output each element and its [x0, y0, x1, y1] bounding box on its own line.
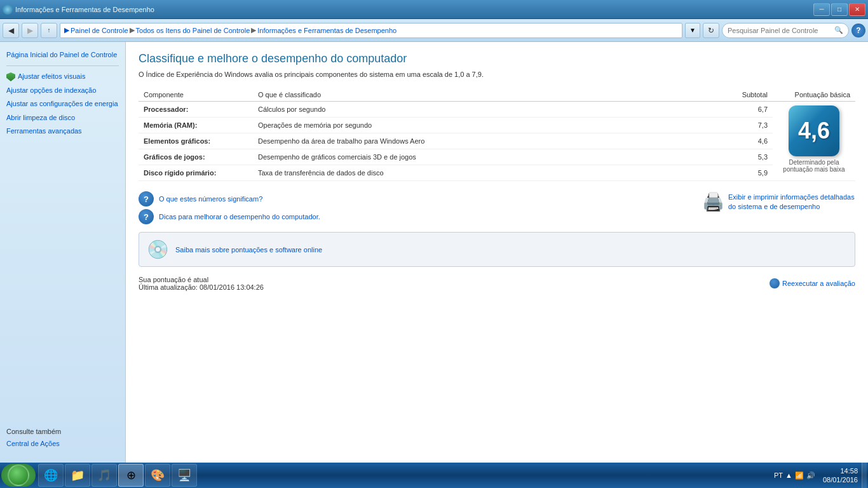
- explorer-icon: 📁: [71, 468, 85, 482]
- search-icon: 🔍: [834, 26, 843, 34]
- component-desc: Taxa de transferência de dados de disco: [253, 165, 722, 181]
- refresh-button[interactable]: ↻: [703, 23, 719, 38]
- action-item-2: ? Dicas para melhorar o desempenho do co…: [139, 209, 320, 224]
- taskbar-ie[interactable]: 🌐: [38, 464, 64, 487]
- clock-time: 14:58: [823, 466, 858, 475]
- start-button[interactable]: [1, 464, 36, 487]
- component-desc: Cálculos por segundo: [253, 102, 722, 118]
- sidebar-item-advanced[interactable]: Ferramentas avançadas: [0, 125, 125, 138]
- breadcrumb: ▶ Painel de Controle ▶ Todos os Itens do…: [64, 26, 678, 34]
- score-badge: 4,6 Determinado pela pontuação mais baix…: [782, 105, 846, 173]
- score-badge-cell: 4,6 Determinado pela pontuação mais baix…: [773, 102, 855, 181]
- sidebar-disk-label: Abrir limpeza de disco: [6, 113, 75, 123]
- component-subtotal: 7,3: [722, 118, 773, 133]
- sidebar-item-disk[interactable]: Abrir limpeza de disco: [0, 111, 125, 125]
- sidebar-energy-label: Ajustar as configurações de energia: [6, 99, 118, 109]
- taskbar-paint[interactable]: 🎨: [145, 464, 170, 487]
- minimize-button[interactable]: ─: [813, 3, 830, 16]
- close-button[interactable]: ✕: [849, 3, 865, 16]
- rerun-label: Reexecutar a avaliação: [782, 280, 855, 287]
- rerun-button[interactable]: Reexecutar a avaliação: [770, 278, 855, 288]
- sidebar-advanced-label: Ferramentas avançadas: [6, 126, 82, 136]
- help-button[interactable]: ?: [851, 24, 865, 37]
- component-name: Gráficos de jogos:: [139, 149, 253, 165]
- clock-date: 08/01/2016: [823, 475, 858, 484]
- up-button[interactable]: ↑: [41, 23, 57, 38]
- address-box[interactable]: ▶ Painel de Controle ▶ Todos os Itens do…: [60, 23, 682, 38]
- score-value: 4,6: [798, 118, 830, 144]
- actions-row: ? O que estes números significam? ? Dica…: [139, 191, 855, 224]
- score-badge-box: 4,6: [789, 105, 839, 156]
- tray-volume: 🔊: [806, 471, 815, 480]
- titlebar-left: Informações e Ferramentas de Desempenho: [3, 4, 154, 15]
- col-basic: Pontuação básica: [773, 88, 855, 102]
- score-table: Componente O que é classificado Subtotal…: [139, 88, 855, 181]
- clock: 14:58 08/01/2016: [819, 466, 862, 485]
- component-subtotal: 5,3: [722, 149, 773, 165]
- remote-icon: 🖥️: [177, 468, 191, 482]
- status-current: Sua pontuação é atual: [139, 276, 264, 283]
- tray-network: 📶: [795, 471, 804, 480]
- taskbar-chrome[interactable]: ⊕: [118, 464, 144, 487]
- titlebar-title: Informações e Ferramentas de Desempenho: [15, 6, 154, 13]
- action-link-1[interactable]: O que estes números significam?: [159, 195, 262, 203]
- sidebar-item-index[interactable]: Ajustar opções de indexação: [0, 84, 125, 97]
- table-row: Disco rígido primário: Taxa de transferê…: [139, 165, 855, 181]
- print-link[interactable]: Exibir e imprimir informações detalhadas…: [728, 193, 855, 211]
- component-subtotal: 6,7: [722, 102, 773, 118]
- sidebar-item-energy[interactable]: Ajustar as configurações de energia: [0, 97, 125, 111]
- taskbar-remote[interactable]: 🖥️: [172, 464, 197, 487]
- breadcrumb-item-1[interactable]: ▶: [64, 26, 69, 34]
- actions-left: ? O que estes números significam? ? Dica…: [139, 191, 320, 224]
- sidebar-actions-label: Central de Ações: [6, 439, 60, 449]
- titlebar: Informações e Ferramentas de Desempenho …: [0, 0, 868, 19]
- shield-icon: [6, 72, 15, 81]
- breadcrumb-item-4[interactable]: Informações e Ferramentas de Desempenho: [257, 27, 397, 34]
- sidebar-item-home[interactable]: Página Inicial do Painel de Controle: [0, 48, 125, 62]
- table-row: Gráficos de jogos: Desempenho de gráfico…: [139, 149, 855, 165]
- sidebar-actions-center[interactable]: Central de Ações: [6, 438, 119, 450]
- window-icon: [3, 4, 13, 15]
- back-button[interactable]: ◀: [3, 23, 19, 38]
- breadcrumb-item-3[interactable]: Todos os Itens do Painel de Controle: [136, 27, 250, 34]
- help-icon-2: ?: [139, 209, 154, 224]
- component-subtotal: 4,6: [722, 133, 773, 149]
- component-name: Elementos gráficos:: [139, 133, 253, 149]
- forward-button[interactable]: ▶: [22, 23, 38, 38]
- col-what: O que é classificado: [253, 88, 722, 102]
- sidebar-index-label: Ajustar opções de indexação: [6, 86, 96, 95]
- component-name: Memória (RAM):: [139, 118, 253, 133]
- taskbar: 🌐 📁 🎵 ⊕ 🎨 🖥️ PT ▲ 📶 🔊 14:58 08/01/2016: [0, 463, 868, 488]
- taskbar-explorer[interactable]: 📁: [65, 464, 90, 487]
- learn-more-box: 💿 Saiba mais sobre pontuações e software…: [139, 232, 855, 267]
- taskbar-media[interactable]: 🎵: [92, 464, 117, 487]
- search-box[interactable]: 🔍: [722, 23, 849, 38]
- sidebar-also-title: Consulte também: [6, 428, 119, 435]
- breadcrumb-item-2[interactable]: Painel de Controle: [71, 27, 128, 34]
- rerun-icon: [770, 278, 780, 288]
- component-desc: Operações de memória por segundo: [253, 118, 722, 133]
- component-name: Disco rígido primário:: [139, 165, 253, 181]
- action-link-2[interactable]: Dicas para melhorar o desempenho do comp…: [159, 213, 320, 220]
- media-icon: 🎵: [97, 468, 111, 482]
- tray-language: PT: [774, 471, 783, 479]
- content-area: Classifique e melhore o desempenho do co…: [126, 42, 868, 463]
- component-desc: Desempenho da área de trabalho para Wind…: [253, 133, 722, 149]
- maximize-button[interactable]: □: [831, 3, 848, 16]
- sidebar-item-visual[interactable]: Ajustar efeitos visuais: [0, 70, 125, 83]
- search-input[interactable]: [728, 27, 834, 34]
- breadcrumb-dropdown[interactable]: ▼: [685, 23, 700, 38]
- show-desktop-button[interactable]: [862, 463, 867, 488]
- tray-arrow[interactable]: ▲: [785, 471, 792, 479]
- start-orb: [8, 464, 29, 486]
- learn-more-link[interactable]: Saiba mais sobre pontuações e software o…: [175, 246, 322, 254]
- component-desc: Desempenho de gráficos comerciais 3D e d…: [253, 149, 722, 165]
- titlebar-controls: ─ □ ✕: [813, 3, 865, 16]
- status-text-block: Sua pontuação é atual Última atualização…: [139, 276, 264, 291]
- table-row: Processador: Cálculos por segundo 6,7 4,…: [139, 102, 855, 118]
- sidebar-divider-1: [6, 65, 119, 66]
- status-last-update: Última atualização: 08/01/2016 13:04:26: [139, 283, 264, 291]
- action-item-1: ? O que estes números significam?: [139, 191, 320, 207]
- status-row: Sua pontuação é atual Última atualização…: [139, 276, 855, 291]
- ie-icon: 🌐: [44, 468, 58, 482]
